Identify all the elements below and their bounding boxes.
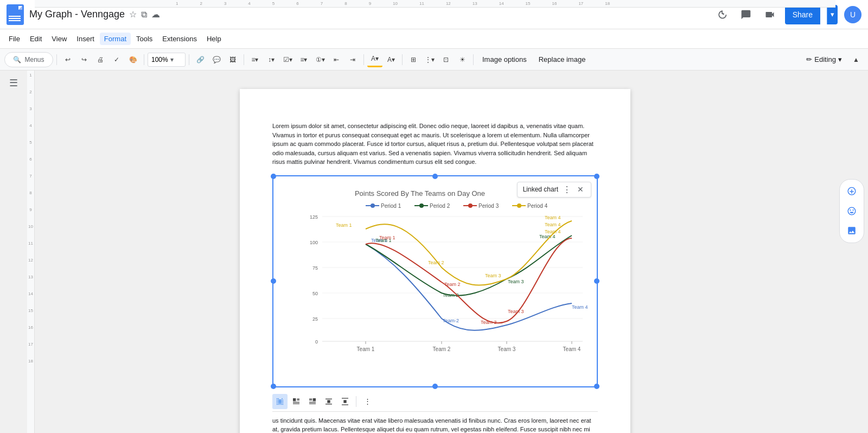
img-separate-text-button[interactable] (337, 394, 353, 409)
comments-icon[interactable] (737, 6, 755, 23)
handle-mid-right[interactable] (594, 278, 599, 284)
toolbar: 🔍 Menus ↩ ↪ 🖨 ✓ 🎨 100% ▾ 🔗 💬 🖼 ≡▾ ↕▾ ☑▾ … (0, 49, 868, 71)
link-button[interactable]: 🔗 (193, 52, 208, 67)
search-menus-btn[interactable]: 🔍 Menus (4, 52, 53, 67)
chart-inner: Points Scored By The Teams on Day One Pe… (273, 176, 597, 386)
handle-top-left[interactable] (271, 174, 276, 179)
replace-image-button[interactable]: Replace image (533, 53, 591, 66)
column-button[interactable]: ⋮▾ (422, 52, 437, 67)
checklist-button[interactable]: ☑▾ (280, 52, 295, 67)
svg-text:25: 25 (312, 316, 318, 322)
image-button[interactable]: 🖼 (225, 52, 240, 67)
image-options-button[interactable]: Image options (477, 53, 532, 66)
undo-button[interactable]: ↩ (60, 52, 75, 67)
svg-text:Team 1: Team 1 (336, 222, 352, 228)
crop-button[interactable]: ⊡ (438, 52, 454, 67)
star-icon[interactable]: ☆ (129, 9, 137, 20)
linked-chart-label: Linked chart (523, 186, 558, 193)
list-button[interactable]: ≡▾ (296, 52, 311, 67)
collapse-toolbar-button[interactable]: ▲ (848, 52, 864, 67)
menu-view[interactable]: View (47, 33, 71, 45)
image-toolbar: ⋮ (272, 392, 598, 412)
svg-text:Period 4: Period 4 (527, 203, 548, 209)
indent-less-button[interactable]: ⇤ (329, 52, 344, 67)
border-button[interactable]: ⊞ (406, 52, 421, 67)
outline-icon[interactable]: ☰ (9, 77, 18, 89)
comment-button[interactable]: 💬 (209, 52, 224, 67)
svg-point-4 (419, 203, 424, 208)
image-insert-button[interactable] (843, 222, 860, 239)
print-button[interactable]: 🖨 (93, 52, 108, 67)
call-icon[interactable] (761, 6, 778, 23)
handle-top-mid[interactable] (432, 174, 438, 179)
adjust-button[interactable]: ☀ (455, 52, 470, 67)
svg-text:Team 1: Team 1 (357, 346, 375, 352)
align-button[interactable]: ≡▾ (247, 52, 263, 67)
cloud-icon[interactable]: ☁ (151, 9, 160, 20)
menu-tools[interactable]: Tools (132, 33, 157, 45)
paragraph-1: Lorem ipsum dolor sit amet, consectetur … (272, 122, 598, 167)
menu-insert[interactable]: Insert (72, 33, 99, 45)
numbered-list-button[interactable]: ①▾ (312, 52, 328, 67)
y-axis-labels: 125 100 75 50 25 0 (310, 214, 318, 345)
svg-text:125: 125 (310, 214, 318, 220)
svg-text:Period 1: Period 1 (381, 203, 401, 209)
img-wrap-left-button[interactable] (289, 394, 304, 409)
svg-text:Team 4: Team 4 (545, 229, 561, 234)
move-icon[interactable]: ⧉ (141, 10, 147, 20)
svg-point-10 (517, 203, 521, 208)
svg-rect-65 (343, 400, 346, 403)
paragraph-2: us tincidunt quis. Maecenas vitae erat v… (272, 416, 598, 434)
svg-point-1 (371, 203, 375, 208)
handle-top-right[interactable] (594, 174, 599, 179)
svg-text:Team 3: Team 3 (508, 309, 524, 314)
page: Lorem ipsum dolor sit amet, consectetur … (240, 89, 630, 433)
svg-text:Team 3: Team 3 (498, 346, 516, 352)
period3-line: Team 1 Team 2 Team 3 Team 3 Team 3 (366, 235, 572, 368)
svg-text:Team 3: Team 3 (508, 279, 524, 284)
editing-dropdown[interactable]: ✏ Editing ▾ (802, 53, 846, 66)
emoji-button[interactable] (843, 202, 860, 220)
svg-text:Team 4: Team 4 (563, 346, 581, 352)
handle-mid-left[interactable] (271, 278, 276, 284)
menu-edit[interactable]: Edit (25, 33, 46, 45)
indent-more-button[interactable]: ⇥ (345, 52, 360, 67)
x-axis-ticks (366, 341, 572, 344)
linked-chart-badge: Linked chart ⋮ ✕ (517, 182, 591, 198)
zoom-selector[interactable]: 100% ▾ (148, 53, 186, 67)
svg-text:Team 4: Team 4 (545, 222, 561, 227)
svg-text:0: 0 (315, 339, 318, 345)
svg-rect-61 (327, 400, 330, 403)
paint-format-button[interactable]: 🎨 (125, 52, 141, 67)
svg-text:100: 100 (310, 240, 318, 245)
menu-help[interactable]: Help (202, 33, 226, 45)
spellcheck-button[interactable]: ✓ (109, 52, 124, 67)
img-break-text-button[interactable] (321, 394, 336, 409)
doc-title: My Graph - Venngage (29, 9, 125, 20)
menu-file[interactable]: File (4, 33, 24, 45)
add-comment-button[interactable] (843, 183, 860, 200)
img-align-inline-button[interactable] (272, 394, 288, 409)
svg-text:Team 2: Team 2 (444, 282, 461, 287)
linespacing-button[interactable]: ↕▾ (264, 52, 279, 67)
img-wrap-right-button[interactable] (305, 394, 320, 409)
svg-rect-55 (313, 398, 316, 401)
handle-bottom-left[interactable] (271, 384, 276, 389)
highlight-button[interactable]: A▾ (367, 52, 382, 67)
doc-icon (7, 4, 24, 25)
chart-container[interactable]: Linked chart ⋮ ✕ Points Scored By The Te… (272, 175, 598, 387)
handle-bottom-right[interactable] (594, 384, 599, 389)
redo-button[interactable]: ↪ (76, 52, 92, 67)
text-color-button[interactable]: A▾ (384, 52, 399, 67)
menu-format[interactable]: Format (100, 33, 131, 45)
history-icon[interactable] (713, 6, 731, 23)
svg-text:Team 2: Team 2 (433, 346, 451, 352)
handle-bottom-mid[interactable] (432, 384, 438, 389)
chart-legend: Period 1 Period 2 Period 3 Period 4 (366, 203, 548, 209)
img-more-options-button[interactable]: ⋮ (360, 394, 375, 409)
left-panel: ☰ (0, 71, 27, 433)
linked-chart-close-button[interactable]: ✕ (576, 184, 585, 194)
period2-line: Team 1 Team 2 Team 3 Team 4 (366, 234, 572, 298)
menu-extensions[interactable]: Extensions (158, 33, 201, 45)
linked-chart-menu-icon[interactable]: ⋮ (563, 184, 571, 195)
